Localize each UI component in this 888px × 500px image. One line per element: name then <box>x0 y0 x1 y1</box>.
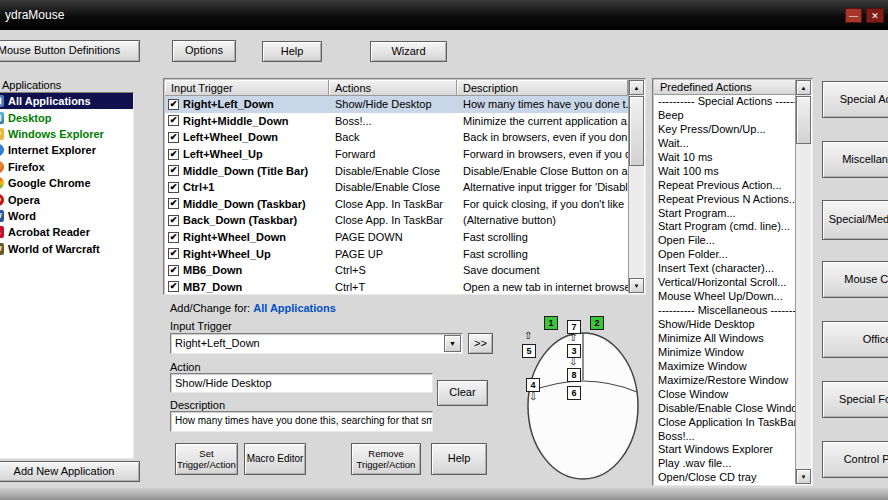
table-row[interactable]: ✔Ctrl+1Disable/Enable CloseAlternative i… <box>165 179 628 196</box>
scroll-up-icon[interactable]: ▲ <box>796 80 811 95</box>
app-item-firefox[interactable]: Firefox <box>0 159 133 175</box>
checkbox-checked-icon[interactable]: ✔ <box>168 115 179 126</box>
category-control-panel-button[interactable]: Control Panel <box>822 441 888 478</box>
checkbox-checked-icon[interactable]: ✔ <box>168 215 179 226</box>
checkbox-checked-icon[interactable]: ✔ <box>168 132 179 143</box>
options-button[interactable]: Options <box>172 40 236 62</box>
mouse-button-5[interactable]: 5 <box>522 344 536 358</box>
category-special-folders-button[interactable]: Special Folders <box>822 381 888 418</box>
predefined-scrollbar[interactable]: ▲ ▼ <box>795 80 811 484</box>
predefined-item[interactable]: Insert Text (character)... <box>654 262 795 276</box>
set-trigger-action-button[interactable]: Set Trigger/Action <box>175 443 238 475</box>
description-field[interactable]: How many times have you done this, searc… <box>170 411 433 432</box>
table-row[interactable]: ✔Right+Left_DownShow/Hide DesktopHow man… <box>165 96 628 113</box>
action-field[interactable]: Show/Hide Desktop <box>170 373 433 393</box>
table-row[interactable]: ✔Back_Down (Taskbar)Close App. In TaskBa… <box>165 212 628 229</box>
checkbox-checked-icon[interactable]: ✔ <box>168 149 179 160</box>
category-office-button[interactable]: Office <box>822 321 888 358</box>
predefined-item[interactable]: Open File... <box>654 234 795 248</box>
predefined-item[interactable]: Close Window <box>654 388 795 402</box>
predefined-item[interactable]: Vertical/Horizontal Scroll... <box>654 276 795 290</box>
app-item-world-of-warcraft[interactable]: WWorld of Warcraft <box>0 241 133 257</box>
checkbox-checked-icon[interactable]: ✔ <box>168 281 179 292</box>
table-row[interactable]: ✔Left+Wheel_UpForwardForward in browsers… <box>165 146 628 163</box>
checkbox-checked-icon[interactable]: ✔ <box>168 232 179 243</box>
form-help-button[interactable]: Help <box>431 443 487 475</box>
app-item-acrobat-reader[interactable]: AAcrobat Reader <box>0 224 133 240</box>
predefined-item[interactable]: Play .wav file... <box>654 457 795 471</box>
predefined-item[interactable]: Mouse Wheel Up/Down... <box>654 290 795 304</box>
predefined-item[interactable]: Open/Close CD tray <box>654 471 795 484</box>
app-item-internet-explorer[interactable]: eInternet Explorer <box>0 142 133 158</box>
category-mouse-clicks-button[interactable]: Mouse Clicks <box>822 261 888 298</box>
clear-button[interactable]: Clear <box>437 380 488 406</box>
mouse-button-definitions-button[interactable]: Mouse Button Definitions <box>0 40 140 62</box>
wizard-button[interactable]: Wizard <box>370 41 447 62</box>
table-row[interactable]: ✔Right+Wheel_DownPAGE DOWNFast scrolling <box>165 229 628 246</box>
checkbox-checked-icon[interactable]: ✔ <box>168 182 179 193</box>
mouse-button-6[interactable]: 6 <box>567 386 581 400</box>
mouse-button-2[interactable]: 2 <box>590 316 604 330</box>
predefined-item[interactable]: Wait 10 ms <box>654 151 795 165</box>
mouse-button-4[interactable]: 4 <box>526 378 540 392</box>
app-item-desktop[interactable]: ▣Desktop <box>0 109 133 125</box>
table-row[interactable]: ✔Middle_Down (Taskbar)Close App. In Task… <box>165 196 628 213</box>
checkbox-checked-icon[interactable]: ✔ <box>168 165 179 176</box>
predefined-item[interactable]: Repeat Previous N Actions... <box>654 193 795 207</box>
predefined-item[interactable]: Disable/Enable Close Window <box>654 402 795 416</box>
predefined-item[interactable]: Maximize Window <box>654 360 795 374</box>
checkbox-checked-icon[interactable]: ✔ <box>168 265 179 276</box>
checkbox-checked-icon[interactable]: ✔ <box>168 99 179 110</box>
table-row[interactable]: ✔Left+Wheel_DownBackBack in browsers, ev… <box>165 129 628 146</box>
predefined-item[interactable]: ---------- Special Actions ---------- <box>654 95 795 109</box>
table-row[interactable]: ✔MB6_DownCtrl+SSave document <box>165 262 628 279</box>
app-item-windows-explorer[interactable]: ❖Windows Explorer <box>0 126 133 142</box>
table-scrollbar[interactable]: ▲ ▼ <box>628 80 644 293</box>
table-row[interactable]: ✔Right+Middle_DownBoss!...Minimize the c… <box>165 113 628 130</box>
predefined-item[interactable]: Close Application In TaskBar <box>654 416 795 430</box>
app-item-word[interactable]: WWord <box>0 208 133 224</box>
predefined-item[interactable]: Beep <box>654 109 795 123</box>
predefined-item[interactable]: Minimize Window <box>654 346 795 360</box>
predefined-item[interactable]: Start Program... <box>654 207 795 221</box>
predefined-item[interactable]: Maximize/Restore Window <box>654 374 795 388</box>
mouse-button-8[interactable]: 8 <box>567 368 581 382</box>
chevron-down-icon[interactable]: ▼ <box>444 335 461 352</box>
predefined-item[interactable]: Key Press/Down/Up... <box>654 123 795 137</box>
column-input-trigger[interactable]: Input Trigger <box>165 80 329 96</box>
help-button[interactable]: Help <box>262 41 322 62</box>
column-actions[interactable]: Actions <box>329 80 457 96</box>
predefined-item[interactable]: Boss!... <box>654 430 795 444</box>
scroll-down-icon[interactable]: ▼ <box>629 278 644 293</box>
app-item-google-chrome[interactable]: Google Chrome <box>0 175 133 191</box>
predefined-item[interactable]: Wait 100 ms <box>654 165 795 179</box>
input-trigger-combobox[interactable]: Right+Left_Down ▼ <box>170 333 463 354</box>
predefined-item[interactable]: ---------- Miscellaneous ---------- <box>654 304 795 318</box>
category-special-media-keys-button[interactable]: Special/Media Keys <box>822 200 888 240</box>
predefined-scrollbar-thumb[interactable] <box>796 96 811 144</box>
column-description[interactable]: Description <box>457 80 628 96</box>
predefined-item[interactable]: Repeat Previous Action... <box>654 179 795 193</box>
category-miscellaneous-button[interactable]: Miscellaneous <box>822 141 888 178</box>
predefined-item[interactable]: Show/Hide Desktop <box>654 318 795 332</box>
app-item-opera[interactable]: OOpera <box>0 191 133 207</box>
scroll-up-icon[interactable]: ▲ <box>629 80 644 95</box>
checkbox-checked-icon[interactable]: ✔ <box>168 198 179 209</box>
expand-trigger-button[interactable]: >> <box>468 333 493 354</box>
table-row[interactable]: ✔Middle_Down (Title Bar)Disable/Enable C… <box>165 162 628 179</box>
remove-trigger-action-button[interactable]: Remove Trigger/Action <box>351 443 421 475</box>
table-row[interactable]: ✔Right+Wheel_UpPAGE UPFast scrolling <box>165 245 628 262</box>
category-special-actions-button[interactable]: Special Actions <box>822 81 888 118</box>
macro-editor-button[interactable]: Macro Editor <box>244 443 306 475</box>
table-row[interactable]: ✔MB7_DownCtrl+TOpen a new tab in interne… <box>165 279 628 293</box>
predefined-item[interactable]: Wait... <box>654 137 795 151</box>
mouse-button-1[interactable]: 1 <box>544 316 558 330</box>
table-scrollbar-thumb[interactable] <box>629 96 644 166</box>
predefined-item[interactable]: Start Program (cmd. line)... <box>654 220 795 234</box>
predefined-item[interactable]: Minimize All Windows <box>654 332 795 346</box>
predefined-item[interactable]: Start Windows Explorer <box>654 443 795 457</box>
predefined-item[interactable]: Open Folder... <box>654 248 795 262</box>
checkbox-checked-icon[interactable]: ✔ <box>168 248 179 259</box>
scroll-down-icon[interactable]: ▼ <box>796 469 811 484</box>
app-item-all-applications[interactable]: ▦All Applications <box>0 93 133 109</box>
